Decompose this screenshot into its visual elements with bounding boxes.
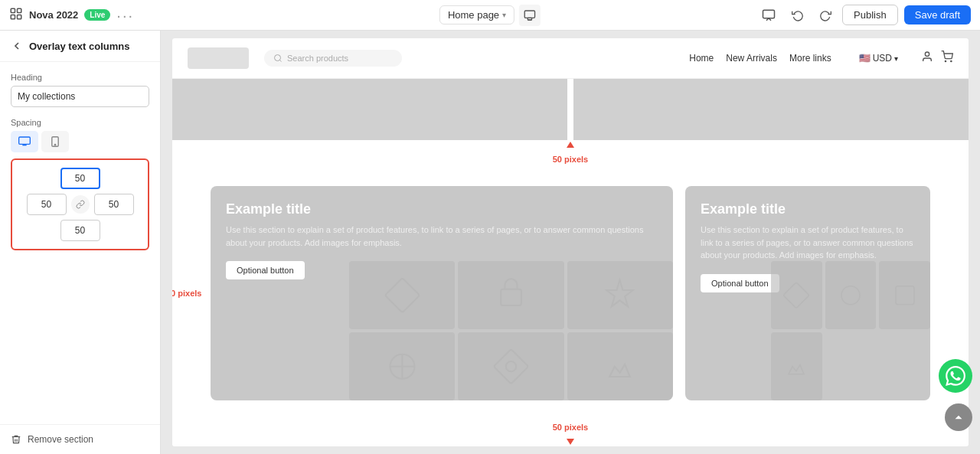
left-spacing-indicator: 50 pixels	[172, 289, 201, 298]
topbar-center: Home page ▾	[439, 5, 541, 26]
arrow-up-icon	[567, 142, 574, 148]
svg-rect-1	[18, 8, 21, 12]
illus-item	[458, 261, 564, 329]
svg-rect-2	[11, 15, 15, 19]
store-search[interactable]: Search products	[264, 50, 402, 67]
section-card-2: Example title Use this section to explai…	[685, 186, 930, 400]
whatsapp-button[interactable]	[939, 359, 972, 393]
svg-point-15	[945, 60, 946, 61]
svg-point-23	[841, 286, 860, 304]
main-layout: Overlay text columns Heading Spacing	[0, 31, 980, 454]
svg-rect-4	[524, 11, 534, 18]
back-button[interactable]	[11, 40, 23, 52]
illus-item	[825, 261, 877, 329]
illus-item	[458, 332, 564, 400]
sidebar-title: Overlay text columns	[29, 41, 130, 52]
topbar-right: Publish Save draft	[756, 5, 971, 26]
svg-rect-22	[783, 283, 809, 309]
svg-rect-24	[896, 286, 914, 304]
monitor-button[interactable]	[756, 5, 781, 26]
sidebar: Overlay text columns Heading Spacing	[0, 31, 161, 454]
spacing-tabs	[11, 131, 149, 152]
section-card-1: Example title Use this section to explai…	[211, 186, 673, 400]
illus-grid-2	[771, 261, 930, 400]
preview-frame: Search products Home New Arrivals More l…	[172, 38, 969, 446]
spacing-left-input[interactable]	[27, 194, 67, 215]
publish-button[interactable]: Publish	[842, 5, 898, 25]
store-nav: Home New Arrivals More links	[689, 53, 831, 64]
heading-input[interactable]	[11, 86, 149, 107]
illus-item	[567, 261, 673, 329]
illus-item	[567, 332, 673, 400]
svg-rect-8	[19, 137, 31, 144]
remove-section-button[interactable]: Remove section	[0, 424, 160, 454]
banner-col-1	[172, 79, 567, 140]
nav-more-links[interactable]: More links	[789, 53, 831, 64]
spacing-inputs-box	[11, 158, 149, 250]
svg-line-13	[279, 60, 281, 61]
spacing-right-input[interactable]	[94, 194, 134, 215]
responsive-icon[interactable]	[519, 5, 541, 26]
remove-section-label: Remove section	[28, 434, 93, 445]
svg-rect-17	[385, 278, 420, 312]
link-icon[interactable]	[71, 195, 90, 214]
svg-point-12	[275, 55, 281, 61]
top-spacing-label: 50 pixels	[553, 155, 588, 164]
card1-illustrations	[349, 261, 673, 400]
svg-rect-7	[763, 10, 775, 18]
spacing-bottom-input[interactable]	[60, 220, 100, 241]
card2-illustrations	[771, 261, 930, 400]
currency-label: USD	[873, 53, 892, 64]
arrow-down-icon	[567, 439, 574, 445]
card2-title: Example title	[701, 201, 915, 217]
currency-dropdown: ▾	[894, 54, 898, 63]
spacing-middle-row	[27, 194, 134, 215]
card2-button[interactable]: Optional button	[701, 274, 779, 292]
store-logo	[188, 47, 249, 69]
banner-row	[172, 79, 969, 140]
store-header: Search products Home New Arrivals More l…	[172, 38, 969, 79]
svg-rect-18	[501, 289, 521, 305]
illus-item	[349, 332, 455, 400]
cart-icon[interactable]	[941, 51, 953, 66]
left-spacing-label: 50 pixels	[172, 289, 201, 298]
card1-title: Example title	[226, 201, 658, 217]
live-badge: Live	[84, 9, 110, 21]
search-placeholder: Search products	[287, 54, 348, 63]
topbar-left: Nova 2022 Live ···	[9, 7, 134, 23]
spacing-section: Spacing	[11, 118, 149, 250]
illus-item	[771, 332, 822, 400]
undo-button[interactable]	[787, 5, 808, 26]
topbar: Nova 2022 Live ··· Home page ▾	[0, 0, 980, 31]
redo-button[interactable]	[815, 5, 836, 26]
nav-home[interactable]: Home	[689, 53, 714, 64]
bottom-spacing-label: 50 pixels	[553, 423, 588, 432]
sidebar-body: Heading Spacing	[0, 62, 160, 424]
page-name: Home page	[448, 9, 499, 21]
canvas-area: Search products Home New Arrivals More l…	[161, 31, 980, 454]
page-selector-button[interactable]: Home page ▾	[439, 5, 514, 24]
spacing-top-input[interactable]	[60, 168, 100, 189]
mobile-tab[interactable]	[41, 131, 69, 152]
card1-button[interactable]: Optional button	[226, 261, 305, 279]
save-draft-button[interactable]: Save draft	[904, 5, 971, 24]
banner-col-2	[573, 79, 969, 140]
illus-item	[879, 261, 930, 329]
svg-rect-0	[11, 8, 15, 12]
illus-item	[349, 261, 455, 329]
content-area: 50 pixels 50 pixels Example title U	[172, 140, 969, 446]
nav-new-arrivals[interactable]: New Arrivals	[726, 53, 777, 64]
scroll-top-button[interactable]	[945, 403, 972, 431]
svg-point-14	[925, 52, 929, 56]
columns-section: 50 pixels Example title Use this section…	[172, 178, 969, 408]
svg-rect-20	[494, 349, 528, 384]
card2-desc: Use this section to explain a set of pro…	[701, 224, 915, 262]
app-name: Nova 2022	[29, 9, 78, 21]
user-icon[interactable]	[921, 51, 933, 66]
illus-grid-1	[349, 261, 673, 400]
illus-item	[771, 261, 822, 329]
menu-button[interactable]	[9, 7, 23, 23]
currency-selector[interactable]: 🇺🇸 USD ▾	[859, 53, 898, 64]
desktop-tab[interactable]	[11, 131, 38, 152]
more-options-button[interactable]: ···	[116, 8, 134, 23]
